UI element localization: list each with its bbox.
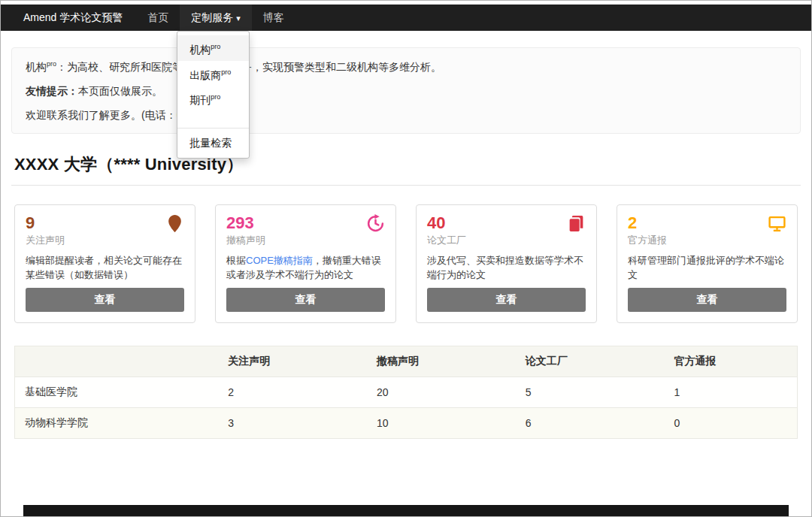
- card-label: 关注声明: [26, 234, 184, 247]
- card-value: 9: [26, 214, 35, 232]
- card-value: 40: [427, 214, 445, 232]
- row-name: 动物科学学院: [15, 407, 219, 438]
- footer-bar: [23, 505, 789, 516]
- title-divider: [11, 185, 801, 186]
- table-row: 基础医学院 2 20 5 1: [15, 376, 798, 407]
- history-icon: [366, 214, 385, 233]
- table-header-retraction: 撤稿声明: [367, 346, 516, 376]
- stats-cards: 9 关注声明 编辑部提醒读者，相关论文可能存在某些错误（如数据错误） 查看 29…: [14, 204, 798, 323]
- stats-table: 关注声明 撤稿声明 论文工厂 官方通报 基础医学院 2 20 5 1: [14, 346, 798, 439]
- table-row: 动物科学学院 3 10 6 0: [15, 407, 798, 438]
- table-header-row: 关注声明 撤稿声明 论文工厂 官方通报: [15, 346, 798, 376]
- card-description: 涉及代写、买卖和捏造数据等学术不端行为的论文: [427, 253, 586, 288]
- notice-line-1: 机构pro：为高校、研究所和医院等务，实现预警类型和二级机构等多维分析。: [26, 60, 786, 74]
- card-description: 根据COPE撤稿指南，撤销重大错误或者涉及学术不端行为的论文: [226, 253, 385, 288]
- row-cell: 1: [665, 376, 798, 407]
- map-marker-icon: [165, 214, 184, 233]
- view-button[interactable]: 查看: [427, 288, 586, 312]
- desktop-monitor-icon: [768, 214, 786, 233]
- dropdown-item-institution[interactable]: 机构pro: [177, 35, 249, 61]
- card-value: 293: [226, 214, 254, 232]
- view-button[interactable]: 查看: [226, 288, 385, 312]
- card-value: 2: [628, 214, 637, 232]
- page-title: XXXX 大学（**** University）: [14, 153, 798, 176]
- pro-badge: pro: [211, 43, 220, 50]
- dropdown-item-journal[interactable]: 期刊pro: [177, 86, 249, 111]
- nav-item-custom-services[interactable]: 定制服务▾ 机构pro 出版商pro 期刊pro 批量检索: [180, 5, 252, 31]
- row-name: 基础医学院: [15, 376, 219, 407]
- dropdown-item-batch-search[interactable]: 批量检索: [177, 132, 249, 154]
- pro-badge: pro: [211, 93, 220, 101]
- view-button[interactable]: 查看: [26, 288, 184, 312]
- table-header-official: 官方通报: [665, 346, 798, 376]
- nav-item-home[interactable]: 首页: [136, 5, 180, 31]
- table-header-paper-mill: 论文工厂: [516, 346, 665, 376]
- card-description: 编辑部提醒读者，相关论文可能存在某些错误（如数据错误）: [26, 253, 184, 288]
- row-cell: 2: [218, 376, 367, 407]
- table-header-focus: 关注声明: [218, 346, 367, 376]
- card-focus-statements: 9 关注声明 编辑部提醒读者，相关论文可能存在某些错误（如数据错误） 查看: [14, 204, 195, 323]
- cope-guideline-link[interactable]: COPE撤稿指南: [246, 255, 313, 266]
- card-retraction-statements: 293 撤稿声明 根据COPE撤稿指南，撤销重大错误或者涉及学术不端行为的论文 …: [215, 204, 396, 323]
- app-window: Amend 学术论文预警 首页 定制服务▾ 机构pro 出版商pro 期刊pro…: [0, 0, 812, 517]
- table-header-empty: [15, 346, 219, 376]
- row-cell: 6: [516, 407, 665, 438]
- services-dropdown: 机构pro 出版商pro 期刊pro 批量检索: [177, 31, 250, 159]
- card-label: 撤稿声明: [226, 234, 385, 247]
- notice-line-2: 友情提示：本页面仅做展示。: [26, 85, 786, 98]
- row-cell: 20: [367, 376, 516, 407]
- view-button[interactable]: 查看: [628, 288, 786, 312]
- row-cell: 0: [665, 407, 798, 438]
- card-paper-mill: 40 论文工厂 涉及代写、买卖和捏造数据等学术不端行为的论文 查看: [416, 204, 597, 323]
- brand-title: Amend 学术论文预警: [1, 5, 136, 31]
- card-official-notice: 2 官方通报 科研管理部门通报批评的学术不端论文 查看: [617, 204, 798, 323]
- dropdown-divider: [177, 128, 249, 128]
- chevron-down-icon: ▾: [236, 14, 241, 23]
- notice-line-3: 欢迎联系我们了解更多。(电话：0: [26, 109, 786, 122]
- nav-item-blog[interactable]: 博客: [252, 5, 295, 31]
- copy-pages-icon: [567, 214, 586, 233]
- dropdown-item-publisher[interactable]: 出版商pro: [177, 61, 249, 86]
- top-navbar: Amend 学术论文预警 首页 定制服务▾ 机构pro 出版商pro 期刊pro…: [1, 5, 811, 31]
- card-label: 论文工厂: [427, 234, 586, 247]
- row-cell: 3: [218, 407, 367, 438]
- card-description: 科研管理部门通报批评的学术不端论文: [628, 253, 786, 288]
- row-cell: 5: [516, 376, 665, 407]
- pro-badge: pro: [221, 68, 231, 76]
- card-label: 官方通报: [628, 234, 786, 247]
- row-cell: 10: [367, 407, 516, 438]
- notice-banner: 机构pro：为高校、研究所和医院等务，实现预警类型和二级机构等多维分析。 友情提…: [11, 47, 801, 134]
- nav-item-label: 定制服务: [191, 11, 233, 23]
